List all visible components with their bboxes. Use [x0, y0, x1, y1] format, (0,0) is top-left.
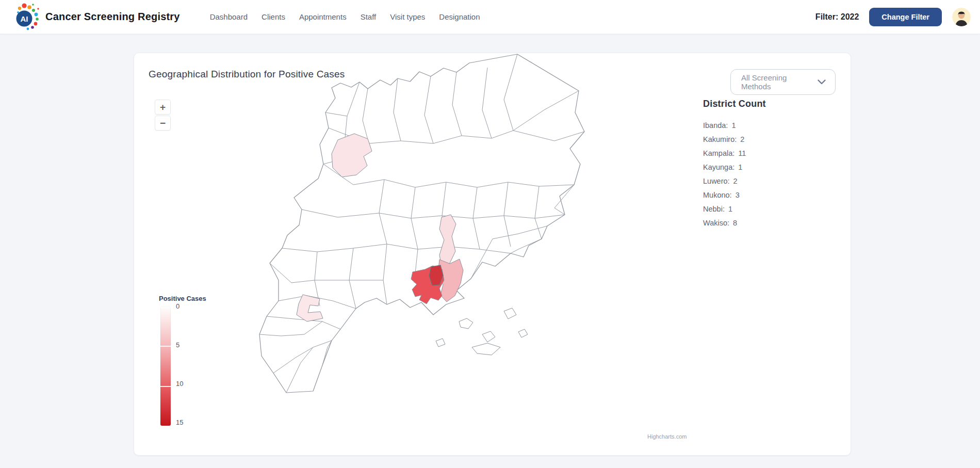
nav-item[interactable]: Designation — [439, 12, 480, 21]
legend-tick-label: 5 — [176, 341, 179, 349]
legend-title: Positive Cases — [159, 295, 206, 302]
change-filter-button[interactable]: Change Filter — [869, 8, 942, 26]
district-name: Kampala: — [703, 149, 734, 157]
nav-item[interactable]: Appointments — [299, 12, 347, 21]
user-avatar[interactable] — [952, 8, 971, 26]
map-zoom-out-button[interactable]: − — [155, 116, 171, 131]
svg-text:AI: AI — [21, 14, 28, 23]
uganda-outline — [259, 54, 584, 393]
dropdown-selected-value: All Screening Methods — [741, 73, 818, 91]
nav-item[interactable]: Clients — [262, 12, 285, 21]
district-value: 2 — [733, 177, 738, 185]
district-value: 1 — [731, 121, 736, 130]
district-value: 11 — [738, 149, 746, 157]
district-count-item: Mukono: 3 — [703, 188, 842, 202]
district-name: Mukono: — [703, 191, 732, 199]
district-count-item: Ibanda: 1 — [703, 118, 842, 132]
district-count-item: Nebbi: 1 — [703, 202, 842, 216]
district-name: Kakumiro: — [703, 135, 737, 143]
main-nav: DashboardClientsAppointmentsStaffVisit t… — [210, 12, 480, 21]
legend-gradient-bar — [160, 306, 171, 426]
legend-tick-label: 0 — [176, 302, 179, 310]
nav-item[interactable]: Staff — [361, 12, 377, 21]
district-name: Nebbi: — [703, 205, 725, 213]
district-name: Luwero: — [703, 177, 730, 185]
district-value: 2 — [740, 135, 744, 143]
legend-ticks: 051015 — [176, 306, 191, 426]
map-zoom-in-button[interactable]: + — [155, 100, 171, 115]
district-count-heading: District Count — [703, 99, 842, 109]
screening-methods-dropdown[interactable]: All Screening Methods — [730, 69, 836, 95]
highcharts-credit-link[interactable]: Highcharts.com — [647, 433, 687, 440]
district-name: Wakiso: — [703, 219, 729, 227]
district-count-item: Kayunga: 1 — [703, 160, 842, 174]
brand: AI Cancer Screening Registry — [10, 1, 180, 33]
district-name: Kayunga: — [703, 163, 734, 171]
topbar-right: Filter: 2022 Change Filter — [815, 8, 971, 26]
lake-islands — [436, 308, 528, 355]
filter-label: Filter: 2022 — [815, 12, 859, 22]
app-title: Cancer Screening Registry — [45, 11, 180, 23]
map-legend: Positive Cases 051015 — [159, 295, 206, 426]
district-value: 3 — [736, 191, 740, 199]
uganda-choropleth-map[interactable] — [157, 53, 689, 404]
district-count-item: Wakiso: 8 — [703, 216, 842, 230]
district-name: Ibanda: — [703, 121, 728, 130]
district-count-list: Ibanda: 1 Kakumiro: 2 Kampala: 11 K — [703, 118, 842, 230]
district-count-panel: District Count Ibanda: 1 Kakumiro: 2 Kam… — [703, 99, 842, 230]
legend-tick-label: 10 — [176, 380, 183, 388]
nav-item[interactable]: Dashboard — [210, 12, 248, 21]
district-count-item: Kampala: 11 — [703, 146, 842, 160]
legend-tick-label: 15 — [176, 418, 183, 426]
map-zoom-controls: + − — [155, 100, 171, 131]
chevron-down-icon — [818, 77, 826, 87]
nav-item[interactable]: Visit types — [390, 12, 425, 21]
district-count-item: Luwero: 2 — [703, 174, 842, 188]
district-value: 8 — [733, 219, 737, 227]
district-count-item: Kakumiro: 2 — [703, 132, 842, 146]
geo-distribution-card: Geographical Distribution for Positive C… — [134, 53, 851, 456]
page-body: Geographical Distribution for Positive C… — [0, 34, 980, 456]
district-value: 1 — [728, 205, 732, 213]
topbar: AI Cancer Screening Registry DashboardCl… — [0, 0, 980, 34]
district-value: 1 — [738, 163, 742, 171]
app-logo-icon: AI — [10, 1, 39, 33]
